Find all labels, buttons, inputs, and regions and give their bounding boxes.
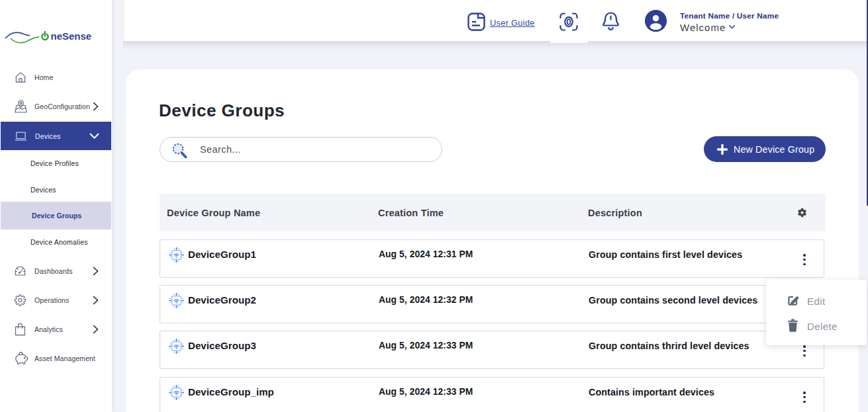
svg-text:neSense: neSense xyxy=(51,30,92,42)
